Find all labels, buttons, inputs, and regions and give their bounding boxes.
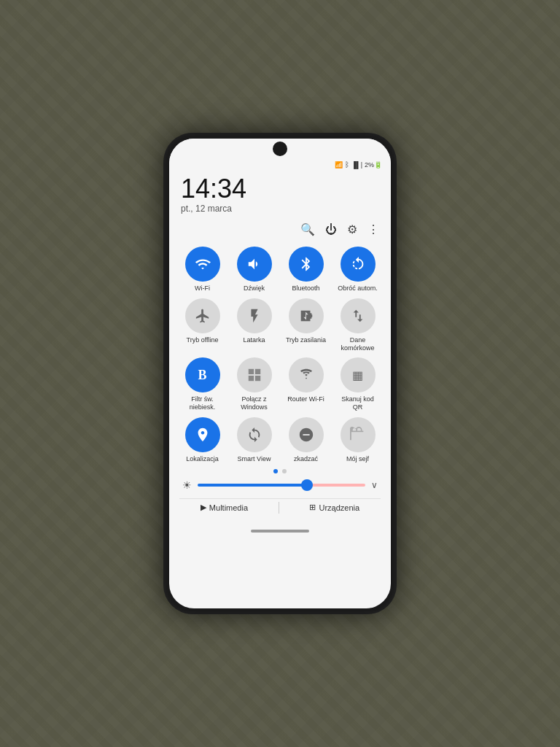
devices-label: Urządzenia	[319, 503, 359, 512]
bluetooth-icon	[289, 247, 324, 282]
play-icon: ▶	[201, 503, 206, 512]
phone-screen: 📶 ᛒ ▐▌| 2%🔋 14:34 pt., 12 marca 🔍 ⏻ ⚙ ⋮	[169, 139, 391, 608]
multimedia-button[interactable]: ▶ Multimedia	[201, 503, 248, 512]
location-label: Lokalizacja	[186, 455, 219, 463]
tile-flashlight[interactable]: Latarka	[231, 298, 277, 352]
bluetooth-status-icon: ᛒ	[345, 160, 349, 169]
windows-icon	[237, 357, 272, 392]
time-display: 14:34 pt., 12 marca	[179, 176, 381, 214]
front-camera	[273, 142, 287, 156]
tile-airplane[interactable]: Tryb offline	[179, 298, 225, 352]
qr-label: Skanuj kod QR	[338, 395, 378, 411]
dot-1	[273, 469, 278, 473]
grid-icon: ⊞	[309, 503, 316, 512]
tile-block[interactable]: zkadzać	[283, 417, 329, 463]
phone-device: 📶 ᛒ ▐▌| 2%🔋 14:34 pt., 12 marca 🔍 ⏻ ⚙ ⋮	[163, 133, 397, 614]
bluelight-icon: B	[185, 357, 220, 392]
dot-2	[282, 469, 287, 473]
tile-location[interactable]: Lokalizacja	[179, 417, 225, 463]
sound-label: Dźwięk	[244, 285, 265, 293]
router-label: Router Wi-Fi	[287, 395, 324, 403]
quick-panel: 14:34 pt., 12 marca 🔍 ⏻ ⚙ ⋮	[169, 170, 391, 525]
smartview-label: Smart View	[238, 455, 271, 463]
bottom-divider	[279, 502, 279, 514]
rotate-icon	[341, 247, 376, 282]
tile-qr[interactable]: ▦ Skanuj kod QR	[335, 357, 381, 411]
flashlight-icon	[237, 298, 272, 333]
tile-rotate[interactable]: Obróć autom.	[335, 247, 381, 293]
airplane-icon	[185, 298, 220, 333]
status-bar: 📶 ᛒ ▐▌| 2%🔋	[169, 159, 391, 170]
nav-bar	[169, 525, 391, 537]
tile-vault[interactable]: Mój sejf	[335, 417, 381, 463]
battery-icon: 2%🔋	[365, 161, 382, 169]
brightness-row: ☀ ∨	[179, 478, 381, 492]
brightness-slider[interactable]	[198, 484, 365, 487]
bluelight-label: Filtr św. niebiesk.	[182, 395, 223, 411]
tile-battery[interactable]: Tryb zasilania	[283, 298, 329, 352]
home-gesture-bar[interactable]	[251, 530, 309, 533]
pagination-dots	[179, 469, 381, 473]
battery-save-icon	[289, 298, 324, 333]
bottom-bar: ▶ Multimedia ⊞ Urządzenia	[179, 498, 381, 516]
tile-wifi[interactable]: Wi-Fi	[179, 247, 225, 293]
search-icon[interactable]: 🔍	[300, 222, 315, 236]
tile-router[interactable]: Router Wi-Fi	[283, 357, 329, 411]
rotate-label: Obróć autom.	[338, 285, 378, 293]
tile-windows[interactable]: Połącz z Windows	[231, 357, 277, 411]
tile-data[interactable]: Dane komórkowe	[335, 298, 381, 352]
block-label: zkadzać	[294, 455, 318, 463]
quick-panel-toolbar: 🔍 ⏻ ⚙ ⋮	[179, 220, 381, 239]
date-label: pt., 12 marca	[181, 204, 379, 214]
more-icon[interactable]: ⋮	[368, 222, 379, 236]
smartview-icon	[237, 417, 272, 452]
clock: 14:34	[181, 176, 379, 202]
brightness-expand-icon[interactable]: ∨	[371, 480, 378, 490]
battery-label: Tryb zasilania	[286, 336, 326, 344]
qr-icon: ▦	[341, 357, 376, 392]
brightness-icon: ☀	[182, 479, 192, 491]
tile-smartview[interactable]: Smart View	[231, 417, 277, 463]
vault-icon	[341, 417, 376, 452]
block-icon	[289, 417, 324, 452]
data-icon	[341, 298, 376, 333]
wifi-icon	[185, 247, 220, 282]
notch-area	[169, 139, 391, 159]
location-icon	[185, 417, 220, 452]
airplane-label: Tryb offline	[186, 336, 218, 344]
flashlight-label: Latarka	[243, 336, 265, 344]
network-bars-icon: ▐▌|	[351, 161, 362, 169]
devices-button[interactable]: ⊞ Urządzenia	[309, 503, 359, 512]
tile-bluetooth[interactable]: Bluetooth	[283, 247, 329, 293]
quick-tiles-grid: Wi-Fi Dźwięk Blu	[179, 247, 381, 463]
router-icon	[289, 357, 324, 392]
sound-icon	[237, 247, 272, 282]
multimedia-label: Multimedia	[209, 503, 248, 512]
vault-label: Mój sejf	[346, 455, 369, 463]
tile-sound[interactable]: Dźwięk	[231, 247, 277, 293]
signal-icon: 📶	[335, 161, 343, 169]
windows-label: Połącz z Windows	[234, 395, 275, 411]
wifi-label: Wi-Fi	[195, 285, 210, 293]
status-icons: 📶 ᛒ ▐▌| 2%🔋	[335, 160, 382, 169]
bluetooth-label: Bluetooth	[292, 285, 319, 293]
data-label: Dane komórkowe	[338, 336, 378, 352]
power-icon[interactable]: ⏻	[325, 223, 337, 236]
brightness-thumb[interactable]	[301, 479, 313, 491]
settings-icon[interactable]: ⚙	[347, 222, 357, 236]
tile-bluelight[interactable]: B Filtr św. niebiesk.	[179, 357, 225, 411]
